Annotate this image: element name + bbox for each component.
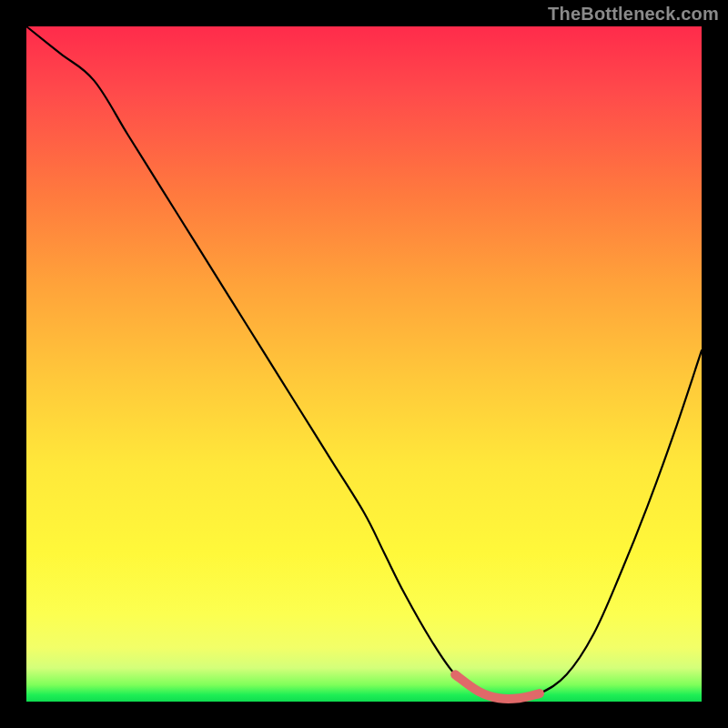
bottleneck-curve-svg <box>26 26 702 702</box>
bottleneck-curve-highlight <box>455 674 540 699</box>
chart-container: TheBottleneck.com <box>0 0 728 728</box>
bottleneck-curve-line <box>26 26 702 699</box>
watermark-text: TheBottleneck.com <box>548 4 719 25</box>
